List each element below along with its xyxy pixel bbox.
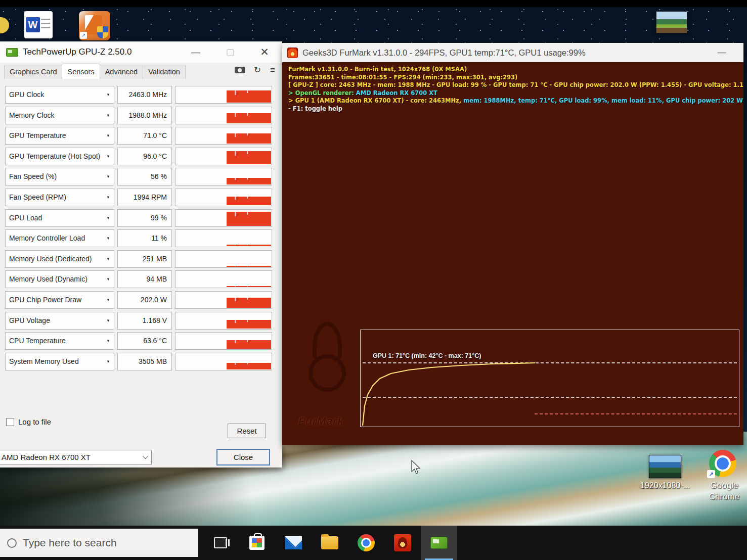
image-file-icon-top[interactable] xyxy=(656,11,687,33)
tab-graphics-card[interactable]: Graphics Card xyxy=(4,65,62,79)
furmark-taskbar-button[interactable] xyxy=(384,526,421,560)
sensor-history-graph xyxy=(175,353,272,370)
minimize-button[interactable]: — xyxy=(181,41,210,63)
dropdown-caret-icon[interactable]: ▼ xyxy=(106,312,110,329)
sensor-value: 94 MB xyxy=(117,270,172,288)
dropdown-caret-icon[interactable]: ▼ xyxy=(106,251,110,267)
sensor-row: Memory Controller Load ▼ 11 % xyxy=(0,229,282,247)
gpu-device-selector[interactable]: AMD Radeon RX 6700 XT xyxy=(0,450,152,464)
sensor-label-dropdown[interactable]: Fan Speed (%) ▼ xyxy=(5,168,114,185)
furmark-titlebar[interactable]: Geeks3D FurMark v1.31.0.0 - 294FPS, GPU1… xyxy=(282,43,743,62)
dropdown-caret-icon[interactable]: ▼ xyxy=(106,86,110,103)
sensor-history-graph xyxy=(175,168,272,185)
dropdown-caret-icon[interactable]: ▼ xyxy=(106,230,110,247)
dropdown-caret-icon[interactable]: ▼ xyxy=(106,189,110,206)
wallpaper-image-file-icon[interactable] xyxy=(649,455,681,478)
dropdown-caret-icon[interactable]: ▼ xyxy=(106,148,110,165)
office-installer-icon[interactable]: ↗ xyxy=(79,11,110,40)
sensor-label-dropdown[interactable]: GPU Temperature ▼ xyxy=(5,127,114,145)
store-icon xyxy=(249,536,265,550)
maximize-button[interactable]: ▢ xyxy=(215,41,245,63)
file-explorer-button[interactable] xyxy=(312,526,348,560)
gpuz-taskbar-button[interactable] xyxy=(421,526,457,560)
uac-shield-icon xyxy=(97,26,108,38)
task-view-icon xyxy=(214,537,227,548)
sensor-label-dropdown[interactable]: GPU Temperature (Hot Spot) ▼ xyxy=(5,148,114,165)
sensor-label-dropdown[interactable]: CPU Temperature ▼ xyxy=(5,332,114,350)
sensor-label-dropdown[interactable]: Fan Speed (RPM) ▼ xyxy=(5,189,114,206)
gpuz-tab-bar: Graphics Card Sensors Advanced Validatio… xyxy=(0,64,282,79)
monitor-screen: W ↗ TechPowerUp GPU-Z 2.50.0 — ▢ ✕ Graph… xyxy=(0,0,747,560)
gpuz-app-icon xyxy=(6,48,18,57)
shortcut-arrow-icon: ↗ xyxy=(707,470,715,478)
task-view-button[interactable] xyxy=(202,526,239,560)
tab-validation[interactable]: Validation xyxy=(143,65,186,79)
log-to-file-checkbox[interactable] xyxy=(6,418,14,426)
sensor-row: GPU Load ▼ 99 % xyxy=(0,209,282,227)
log-to-file-label: Log to file xyxy=(18,417,51,426)
store-button[interactable] xyxy=(239,526,275,560)
camera-icon[interactable] xyxy=(235,67,245,73)
chevron-down-icon xyxy=(143,453,148,459)
dropdown-caret-icon[interactable]: ▼ xyxy=(106,292,110,308)
shortcut-arrow-icon: ↗ xyxy=(80,32,87,39)
furmark-icon xyxy=(394,534,411,551)
menu-icon[interactable]: ≡ xyxy=(270,66,275,74)
temp-curve xyxy=(361,330,740,428)
tab-sensors[interactable]: Sensors xyxy=(62,64,100,79)
sensor-row: System Memory Used ▼ 3505 MB xyxy=(0,353,282,370)
sensor-history-graph xyxy=(175,250,272,268)
minimize-button[interactable]: — xyxy=(709,43,734,62)
sensor-history-graph xyxy=(175,291,272,309)
sensor-label-dropdown[interactable]: Memory Used (Dedicated) ▼ xyxy=(5,250,114,268)
sensor-row: Fan Speed (%) ▼ 56 % xyxy=(0,168,282,185)
sensor-label-dropdown[interactable]: Memory Clock ▼ xyxy=(5,107,114,124)
gpuz-titlebar[interactable]: TechPowerUp GPU-Z 2.50.0 — ▢ ✕ xyxy=(0,41,282,63)
gpuz-footer: Log to file Reset AMD Radeon RX 6700 XT … xyxy=(0,413,282,468)
reset-button[interactable]: Reset xyxy=(228,424,266,438)
gpuz-icon xyxy=(430,537,448,549)
sensor-value: 99 % xyxy=(117,209,172,227)
close-window-button[interactable]: Close xyxy=(216,449,270,465)
sensor-value: 251 MB xyxy=(117,250,172,268)
chrome-taskbar-button[interactable] xyxy=(348,526,384,560)
sensor-label-dropdown[interactable]: GPU Voltage ▼ xyxy=(5,312,114,330)
file-explorer-icon xyxy=(321,536,338,549)
sensor-label-dropdown[interactable]: Memory Used (Dynamic) ▼ xyxy=(5,270,114,288)
sensor-label-dropdown[interactable]: System Memory Used ▼ xyxy=(5,353,114,370)
dropdown-caret-icon[interactable]: ▼ xyxy=(106,210,110,226)
sensor-value: 1.168 V xyxy=(117,312,172,330)
refresh-icon[interactable]: ↻ xyxy=(254,66,261,74)
sensor-value: 71.0 °C xyxy=(117,127,172,145)
furmark-logo: FurMark xyxy=(301,325,357,431)
tab-advanced[interactable]: Advanced xyxy=(100,65,144,79)
sensor-value: 1994 RPM xyxy=(117,189,172,206)
sensor-label-dropdown[interactable]: GPU Clock ▼ xyxy=(5,86,114,104)
dropdown-caret-icon[interactable]: ▼ xyxy=(106,271,110,288)
dropdown-caret-icon[interactable]: ▼ xyxy=(106,353,110,370)
sensor-history-graph xyxy=(175,332,272,350)
close-button[interactable]: ✕ xyxy=(250,41,279,63)
sensor-label-dropdown[interactable]: GPU Chip Power Draw ▼ xyxy=(5,291,114,309)
mail-button[interactable] xyxy=(275,526,312,560)
search-input[interactable]: Type here to search xyxy=(0,529,198,557)
cortana-icon xyxy=(7,538,17,548)
furmark-render-area: FurMark v1.31.0.0 - Burn-in test, 1024x7… xyxy=(282,62,743,445)
dropdown-caret-icon[interactable]: ▼ xyxy=(106,127,110,144)
monitor-bezel xyxy=(0,0,747,7)
sensor-history-graph xyxy=(175,86,272,104)
sensor-row: Memory Used (Dedicated) ▼ 251 MB xyxy=(0,250,282,268)
gpuz-window-title: TechPowerUp GPU-Z 2.50.0 xyxy=(23,47,131,57)
dropdown-caret-icon[interactable]: ▼ xyxy=(106,107,110,124)
google-chrome-shortcut[interactable]: ↗ xyxy=(709,450,736,477)
dropdown-caret-icon[interactable]: ▼ xyxy=(106,333,110,349)
sensor-history-graph xyxy=(175,229,272,247)
sensor-label-dropdown[interactable]: Memory Controller Load ▼ xyxy=(5,229,114,247)
sensor-label-dropdown[interactable]: GPU Load ▼ xyxy=(5,209,114,227)
furmark-osd-text: FurMark v1.31.0.0 - Burn-in test, 1024x7… xyxy=(288,66,743,113)
sensor-history-graph xyxy=(175,270,272,288)
sensor-history-graph xyxy=(175,127,272,145)
dropdown-caret-icon[interactable]: ▼ xyxy=(106,168,110,185)
sensor-row: GPU Chip Power Draw ▼ 202.0 W xyxy=(0,291,282,309)
word-document-icon[interactable]: W xyxy=(24,11,53,38)
